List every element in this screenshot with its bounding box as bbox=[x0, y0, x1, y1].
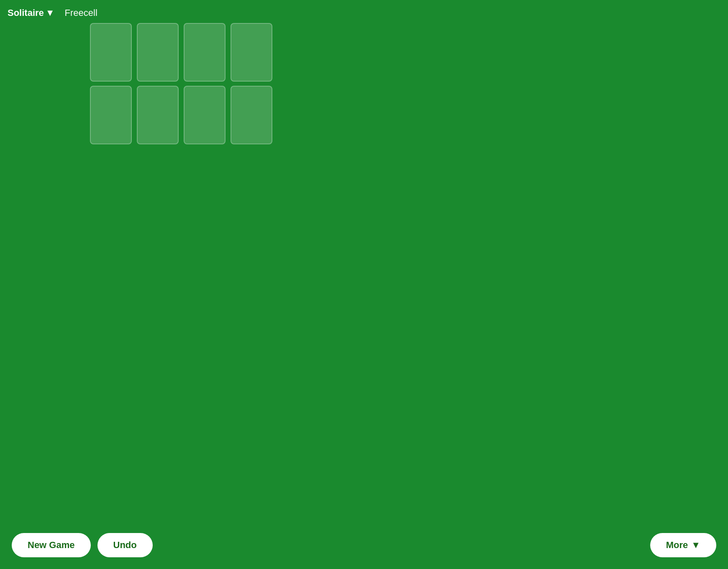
foundation-slot-1[interactable] bbox=[137, 86, 179, 144]
game-type-link[interactable]: Freecell bbox=[65, 8, 97, 18]
foundation-slot-3[interactable] bbox=[231, 86, 272, 144]
freecell-slot-2[interactable] bbox=[184, 23, 226, 82]
new-game-button[interactable]: New Game bbox=[12, 533, 91, 557]
undo-button[interactable]: Undo bbox=[97, 533, 153, 557]
app-title[interactable]: Solitaire ▼ bbox=[8, 8, 55, 18]
bottom-bar: New Game Undo More ▼ bbox=[0, 533, 728, 557]
freecell-slot-3[interactable] bbox=[231, 23, 272, 82]
foundation-slot-0[interactable] bbox=[90, 86, 132, 144]
more-arrow-icon: ▼ bbox=[691, 540, 700, 551]
foundation-slot-2[interactable] bbox=[184, 86, 226, 144]
more-label: More bbox=[666, 540, 688, 551]
freecell-slot-1[interactable] bbox=[137, 23, 179, 82]
freecell-row bbox=[90, 23, 272, 82]
title-text: Solitaire bbox=[8, 8, 44, 18]
title-dropdown-arrow: ▼ bbox=[46, 8, 55, 18]
top-area bbox=[90, 23, 272, 144]
freecell-slot-0[interactable] bbox=[90, 23, 132, 82]
bottom-left-buttons: New Game Undo bbox=[12, 533, 153, 557]
more-button[interactable]: More ▼ bbox=[650, 533, 716, 557]
foundation-row bbox=[90, 86, 272, 144]
header: Solitaire ▼ Freecell bbox=[8, 8, 97, 18]
